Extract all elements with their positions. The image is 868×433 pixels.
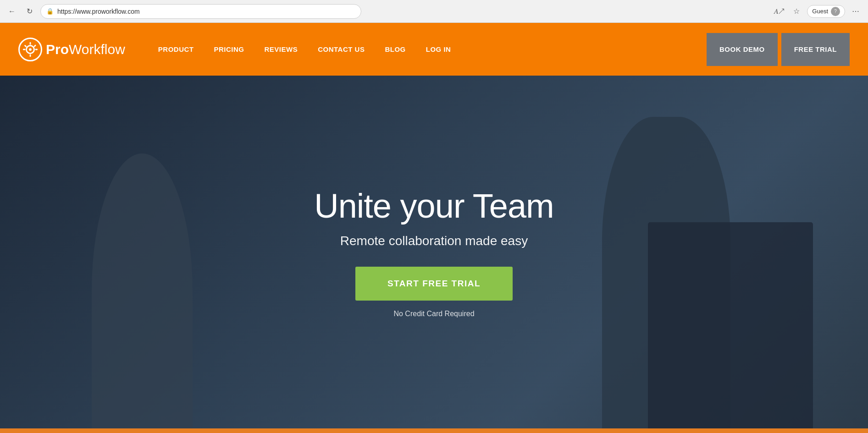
logo[interactable]: ProWorkflow <box>18 38 125 61</box>
nav-contact-us[interactable]: CONTACT US <box>308 23 375 76</box>
svg-rect-2 <box>30 42 31 44</box>
hero-subtitle: Remote collaboration made easy <box>314 234 553 248</box>
address-bar[interactable]: 🔒 https://www.proworkflow.com <box>40 4 361 19</box>
nav-blog[interactable]: BLOG <box>375 23 415 76</box>
svg-rect-4 <box>23 49 26 50</box>
nav-reviews[interactable]: REVIEWS <box>254 23 308 76</box>
more-button[interactable]: ⋯ <box>849 5 862 18</box>
guest-avatar: ? <box>831 7 840 16</box>
svg-rect-6 <box>24 44 27 47</box>
favorites-button[interactable]: ☆ <box>790 5 803 18</box>
svg-rect-3 <box>30 54 31 57</box>
stats-bar: 📄 2,496,919 ☑ 17,092,419 🕐 39,108,617 <box>0 428 868 433</box>
logo-icon <box>18 38 42 61</box>
nav-links: PRODUCT PRICING REVIEWS CONTACT US BLOG … <box>148 23 707 76</box>
monitor-shape <box>648 222 813 428</box>
start-free-trial-button[interactable]: START FREE TRIAL <box>355 267 513 301</box>
lock-icon: 🔒 <box>46 8 54 15</box>
browser-chrome: ← ↻ 🔒 https://www.proworkflow.com 𝐴↗ ☆ G… <box>0 0 868 23</box>
guest-account-button[interactable]: Guest ? <box>807 5 845 18</box>
logo-bold: Pro <box>46 42 69 57</box>
nav-bar: ProWorkflow PRODUCT PRICING REVIEWS CONT… <box>0 23 868 76</box>
logo-text: ProWorkflow <box>46 42 125 57</box>
refresh-button[interactable]: ↻ <box>23 5 36 18</box>
free-trial-button[interactable]: FREE TRIAL <box>781 33 850 66</box>
no-credit-card-text: No Credit Card Required <box>314 310 553 318</box>
nav-pricing[interactable]: PRICING <box>204 23 254 76</box>
logo-svg <box>22 41 39 58</box>
browser-right-controls: 𝐴↗ ☆ Guest ? ⋯ <box>772 5 862 18</box>
url-text: https://www.proworkflow.com <box>57 8 140 15</box>
hero-section: Unite your Team Remote collaboration mad… <box>0 76 868 428</box>
hero-title: Unite your Team <box>314 186 553 225</box>
back-button[interactable]: ← <box>6 5 18 18</box>
guest-label: Guest <box>812 8 828 15</box>
book-demo-button[interactable]: BOOK DEMO <box>707 33 778 66</box>
hero-content: Unite your Team Remote collaboration mad… <box>314 186 553 318</box>
svg-rect-5 <box>35 49 38 50</box>
read-aloud-button[interactable]: 𝐴↗ <box>772 5 786 18</box>
logo-light: Workflow <box>69 42 125 57</box>
nav-login[interactable]: LOG IN <box>416 23 461 76</box>
nav-cta-buttons: BOOK DEMO FREE TRIAL <box>707 33 850 66</box>
nav-product[interactable]: PRODUCT <box>148 23 204 76</box>
person-silhouette-left <box>92 153 193 428</box>
svg-point-1 <box>29 48 32 51</box>
